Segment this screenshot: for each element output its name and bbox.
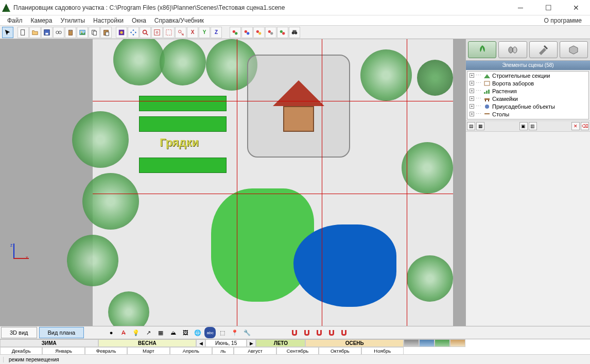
tree-item-benches[interactable]: +⋯Скамейки bbox=[467, 95, 588, 102]
tree-btn-2[interactable]: ▦ bbox=[476, 122, 484, 130]
svg-point-20 bbox=[179, 30, 181, 32]
month-nov[interactable]: Ноябрь bbox=[361, 347, 404, 355]
texture-1[interactable] bbox=[404, 339, 419, 347]
magnet-1-icon[interactable] bbox=[289, 327, 300, 338]
season-winter[interactable]: ЗИМА bbox=[0, 339, 98, 347]
texture-3[interactable] bbox=[435, 339, 450, 347]
image-button[interactable] bbox=[77, 27, 88, 38]
menu-file[interactable]: Файл bbox=[3, 17, 27, 24]
axis-y-button[interactable]: Y bbox=[199, 27, 210, 38]
menu-utils[interactable]: Утилиты bbox=[56, 17, 89, 24]
axis-z-button[interactable]: Z bbox=[211, 27, 222, 38]
minimize-button[interactable]: ─ bbox=[509, 0, 532, 15]
copy-button[interactable] bbox=[89, 27, 100, 38]
tree-clear-button[interactable]: ⌫ bbox=[581, 122, 589, 130]
svg-rect-39 bbox=[488, 90, 490, 94]
tree-item-plants[interactable]: +⋯Растения bbox=[467, 87, 588, 95]
curve-icon[interactable]: ↗ bbox=[143, 327, 154, 338]
layer-3-button[interactable] bbox=[253, 27, 265, 38]
pin-icon[interactable]: 📍 bbox=[229, 327, 240, 338]
clipboard-button[interactable] bbox=[65, 27, 76, 38]
month-apr[interactable]: Апрель bbox=[170, 347, 212, 355]
magnet-5-icon[interactable] bbox=[338, 327, 350, 338]
move-tool[interactable] bbox=[128, 27, 139, 38]
paste-button[interactable] bbox=[100, 27, 112, 38]
open-file-button[interactable] bbox=[29, 27, 41, 38]
garden-scene[interactable]: Грядки bbox=[93, 39, 453, 326]
binoculars-button[interactable] bbox=[289, 27, 300, 38]
zoom-fit-tool[interactable] bbox=[151, 27, 163, 38]
globe-icon[interactable]: 🌐 bbox=[192, 327, 203, 338]
tree-item-objects[interactable]: +⋯Приусадебные объекты bbox=[467, 102, 588, 110]
menu-camera[interactable]: Камера bbox=[27, 17, 57, 24]
mountain-icon[interactable]: ⛰ bbox=[167, 327, 179, 338]
new-file-button[interactable] bbox=[18, 27, 29, 38]
tab-tools[interactable] bbox=[529, 41, 558, 58]
zoom-region-tool[interactable] bbox=[163, 27, 175, 38]
tree-item-tables[interactable]: +⋯Столы bbox=[467, 110, 588, 118]
month-feb[interactable]: Февраль bbox=[85, 347, 127, 355]
svg-rect-10 bbox=[93, 31, 96, 35]
month-prev-button[interactable]: ◀ bbox=[196, 339, 205, 347]
house-object[interactable] bbox=[247, 55, 350, 158]
svg-point-15 bbox=[143, 30, 147, 33]
magnet-4-icon[interactable] bbox=[326, 327, 337, 338]
texture-4[interactable] bbox=[450, 339, 465, 347]
link-button[interactable] bbox=[53, 27, 64, 38]
tab-objects[interactable] bbox=[498, 41, 527, 58]
maximize-button[interactable]: ☐ bbox=[536, 0, 560, 15]
menu-settings[interactable]: Настройки bbox=[89, 17, 128, 24]
layer-4-button[interactable] bbox=[265, 27, 276, 38]
text-icon[interactable]: A̶ bbox=[118, 327, 129, 338]
month-mar[interactable]: Март bbox=[127, 347, 169, 355]
svg-point-25 bbox=[256, 30, 259, 32]
layer-5-button[interactable] bbox=[277, 27, 288, 38]
menu-help[interactable]: Справка/Учебник bbox=[150, 17, 208, 24]
menu-about[interactable]: О программе bbox=[544, 17, 587, 24]
svg-point-26 bbox=[258, 32, 261, 34]
render-button[interactable] bbox=[116, 27, 127, 38]
tab-materials[interactable] bbox=[560, 41, 588, 58]
view-3d-button[interactable]: 3D вид bbox=[1, 327, 37, 338]
tree-delete-button[interactable]: ✕ bbox=[571, 122, 580, 130]
view-plan-button[interactable]: Вид плана bbox=[39, 327, 84, 338]
grid-icon[interactable]: ▦ bbox=[155, 327, 166, 338]
season-spring[interactable]: ВЕСНА bbox=[98, 339, 197, 347]
zoom-tool[interactable] bbox=[140, 27, 151, 38]
cursor-tool[interactable] bbox=[2, 27, 13, 38]
month-next-button[interactable]: ▶ bbox=[247, 339, 256, 347]
light-icon[interactable]: 💡 bbox=[130, 327, 142, 338]
tree-item-sections[interactable]: +⋯Строительные секции bbox=[467, 72, 588, 79]
month-aug[interactable]: Август bbox=[234, 347, 276, 355]
tree-btn-1[interactable]: ▤ bbox=[467, 122, 475, 130]
season-summer[interactable]: ЛЕТО bbox=[256, 339, 305, 347]
month-dec[interactable]: Декабрь bbox=[0, 347, 42, 355]
month-sep[interactable]: Сентябрь bbox=[276, 347, 319, 355]
texture-2[interactable] bbox=[419, 339, 435, 347]
wrench-icon[interactable]: 🔧 bbox=[241, 327, 253, 338]
magnet-2-icon[interactable] bbox=[301, 327, 313, 338]
photo-icon[interactable]: 🖼 bbox=[180, 327, 191, 338]
canvas-viewport[interactable]: z x Грядки bbox=[0, 39, 465, 326]
close-button[interactable]: ✕ bbox=[564, 0, 588, 15]
layer-1-button[interactable] bbox=[230, 27, 241, 38]
tree-item-gates[interactable]: +⋯Ворота заборов bbox=[467, 79, 588, 87]
magnet-3-icon[interactable] bbox=[314, 327, 325, 338]
month-oct[interactable]: Октябрь bbox=[319, 347, 361, 355]
layer-2-button[interactable] bbox=[241, 27, 253, 38]
tree-btn-3[interactable]: ▣ bbox=[519, 122, 528, 130]
abc-icon[interactable]: abc bbox=[204, 327, 216, 338]
menu-windows[interactable]: Окна bbox=[128, 17, 150, 24]
fence-icon[interactable]: ⬚ bbox=[217, 327, 228, 338]
month-jan[interactable]: Январь bbox=[42, 347, 84, 355]
season-autumn[interactable]: ОСЕНЬ bbox=[305, 339, 404, 347]
axis-x-button[interactable]: X bbox=[187, 27, 198, 38]
zoom-extents-tool[interactable] bbox=[175, 27, 186, 38]
month-jul[interactable]: ль bbox=[212, 347, 234, 355]
shadow-icon[interactable]: ● bbox=[106, 327, 117, 338]
scene-tree[interactable]: +⋯Строительные секции +⋯Ворота заборов +… bbox=[467, 71, 589, 119]
app-icon bbox=[2, 4, 10, 12]
tab-plants[interactable] bbox=[468, 41, 496, 58]
tree-btn-4[interactable]: ▥ bbox=[529, 122, 537, 130]
save-file-button[interactable] bbox=[41, 27, 53, 38]
